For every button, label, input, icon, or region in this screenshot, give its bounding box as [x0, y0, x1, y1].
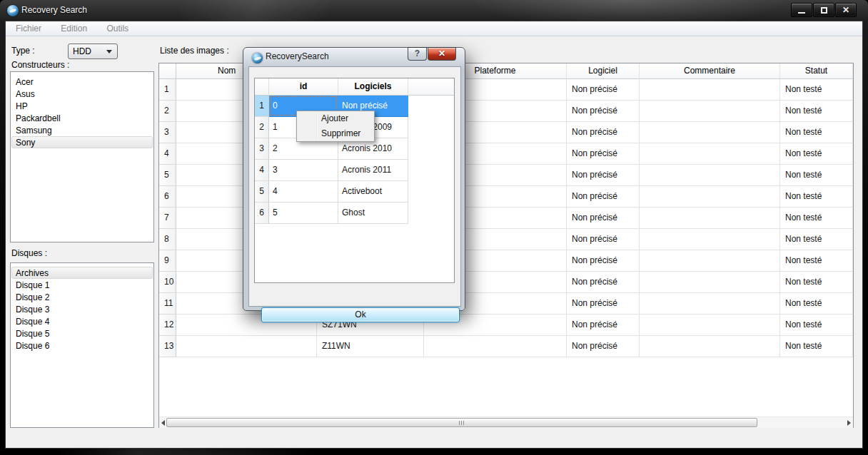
cell-statut[interactable]: Non testé: [780, 208, 853, 229]
cell-commentaire[interactable]: [640, 208, 780, 229]
column-header-statut[interactable]: Statut: [780, 63, 853, 79]
cell-statut[interactable]: Non testé: [780, 315, 853, 336]
dialog-row-header[interactable]: 4: [255, 160, 269, 181]
cell-logiciel[interactable]: Non précisé: [567, 101, 640, 122]
list-item-disque1[interactable]: Disque 1: [11, 279, 153, 291]
dialog-row-header[interactable]: 6: [255, 203, 269, 224]
list-item-disque6[interactable]: Disque 6: [11, 339, 153, 352]
dialog-cell-id[interactable]: 5: [269, 203, 338, 224]
dialog-table-row[interactable]: 4 3 Acronis 2011: [255, 160, 454, 181]
constructeurs-listbox[interactable]: Acer Asus HP Packardbell Samsung Sony: [10, 71, 154, 242]
cell-plateforme[interactable]: [424, 336, 567, 357]
dialog-cell-id[interactable]: 4: [269, 181, 338, 203]
column-header-rowselector[interactable]: [159, 63, 176, 79]
context-menu-item-ajouter[interactable]: Ajouter: [297, 111, 374, 126]
row-header[interactable]: 4: [159, 143, 176, 165]
row-header[interactable]: 5: [159, 165, 176, 186]
cell-logiciel[interactable]: Non précisé: [567, 293, 640, 315]
row-header[interactable]: 11: [159, 293, 176, 315]
dialog-cell-logiciels[interactable]: Acronis 2011: [338, 160, 408, 181]
dialog-row-header[interactable]: 3: [255, 138, 269, 160]
menu-outils[interactable]: Outils: [99, 21, 136, 36]
cell-statut[interactable]: Non testé: [780, 143, 853, 165]
row-header[interactable]: 10: [159, 272, 176, 293]
row-header[interactable]: 7: [159, 208, 176, 229]
table-row[interactable]: 13Z11WNNon préciséNon testé: [159, 336, 853, 357]
type-combobox[interactable]: HDD: [68, 44, 118, 59]
dialog-column-header-logiciels[interactable]: Logiciels: [338, 78, 408, 96]
cell-commentaire[interactable]: [640, 186, 780, 208]
cell-model[interactable]: Z11WN: [317, 336, 424, 357]
cell-commentaire[interactable]: [640, 336, 780, 357]
cell-logiciel[interactable]: Non précisé: [567, 143, 640, 165]
list-item-acer[interactable]: Acer: [11, 76, 153, 88]
list-item-disque5[interactable]: Disque 5: [11, 327, 153, 339]
cell-commentaire[interactable]: [640, 229, 780, 250]
row-header[interactable]: 2: [159, 101, 176, 122]
dialog-row-header[interactable]: 5: [255, 181, 269, 203]
scroll-right-icon[interactable]: [847, 420, 851, 426]
cell-statut[interactable]: Non testé: [780, 272, 853, 293]
list-item-samsung[interactable]: Samsung: [11, 124, 153, 136]
cell-logiciel[interactable]: Non précisé: [567, 229, 640, 250]
titlebar[interactable]: Recovery Search ✕: [0, 0, 868, 21]
row-header[interactable]: 13: [159, 336, 176, 357]
row-header[interactable]: 1: [159, 79, 176, 101]
list-item-hp[interactable]: HP: [11, 100, 153, 112]
list-item-disque4[interactable]: Disque 4: [11, 315, 153, 327]
dialog-row-header[interactable]: 1: [255, 96, 269, 117]
cell-commentaire[interactable]: [640, 101, 780, 122]
cell-statut[interactable]: Non testé: [780, 79, 853, 101]
cell-logiciel[interactable]: Non précisé: [567, 272, 640, 293]
minimize-button[interactable]: [791, 3, 812, 17]
cell-logiciel[interactable]: Non précisé: [567, 165, 640, 186]
dialog-cell-logiciels[interactable]: Activeboot: [338, 181, 408, 203]
cell-commentaire[interactable]: [640, 315, 780, 336]
context-menu-item-supprimer[interactable]: Supprimer: [297, 126, 374, 141]
cell-commentaire[interactable]: [640, 250, 780, 272]
dialog-table-row[interactable]: 5 4 Activeboot: [255, 181, 454, 203]
cell-commentaire[interactable]: [640, 79, 780, 101]
maximize-button[interactable]: [813, 3, 834, 17]
cell-nom[interactable]: [176, 336, 317, 357]
menu-edition[interactable]: Edition: [54, 21, 94, 36]
column-header-logiciel[interactable]: Logiciel: [567, 63, 640, 79]
dialog-table-row[interactable]: 6 5 Ghost: [255, 203, 454, 224]
row-header[interactable]: 8: [159, 229, 176, 250]
cell-statut[interactable]: Non testé: [780, 229, 853, 250]
list-item-sony-selected[interactable]: Sony: [11, 136, 153, 148]
cell-commentaire[interactable]: [640, 122, 780, 143]
cell-commentaire[interactable]: [640, 272, 780, 293]
dialog-column-header-id[interactable]: id: [269, 78, 338, 96]
ok-button[interactable]: Ok: [261, 307, 460, 322]
cell-logiciel[interactable]: Non précisé: [567, 79, 640, 101]
cell-logiciel[interactable]: Non précisé: [567, 122, 640, 143]
scrollbar-thumb[interactable]: [166, 418, 757, 427]
cell-commentaire[interactable]: [640, 165, 780, 186]
list-item-disque3[interactable]: Disque 3: [11, 303, 153, 315]
list-item-archives-selected[interactable]: Archives: [11, 267, 153, 279]
disques-listbox[interactable]: Archives Disque 1 Disque 2 Disque 3 Disq…: [10, 262, 154, 428]
list-item-packardbell[interactable]: Packardbell: [11, 112, 153, 124]
row-header[interactable]: 9: [159, 250, 176, 272]
cell-statut[interactable]: Non testé: [780, 165, 853, 186]
dialog-cell-id[interactable]: 3: [269, 160, 338, 181]
row-header[interactable]: 6: [159, 186, 176, 208]
cell-statut[interactable]: Non testé: [780, 186, 853, 208]
dialog-cell-logiciels[interactable]: Ghost: [338, 203, 408, 224]
dialog-help-button[interactable]: ?: [408, 47, 427, 61]
row-header[interactable]: 3: [159, 122, 176, 143]
dialog-column-header-rowselector[interactable]: [255, 78, 269, 96]
cell-commentaire[interactable]: [640, 293, 780, 315]
cell-commentaire[interactable]: [640, 143, 780, 165]
dialog-row-header[interactable]: 2: [255, 117, 269, 138]
row-header[interactable]: 12: [159, 315, 176, 336]
cell-statut[interactable]: Non testé: [780, 336, 853, 357]
list-item-asus[interactable]: Asus: [11, 88, 153, 100]
cell-logiciel[interactable]: Non précisé: [567, 250, 640, 272]
cell-statut[interactable]: Non testé: [780, 293, 853, 315]
cell-statut[interactable]: Non testé: [780, 122, 853, 143]
scroll-left-icon[interactable]: [161, 420, 165, 426]
close-button[interactable]: ✕: [835, 3, 857, 17]
menu-fichier[interactable]: Fichier: [9, 21, 49, 36]
